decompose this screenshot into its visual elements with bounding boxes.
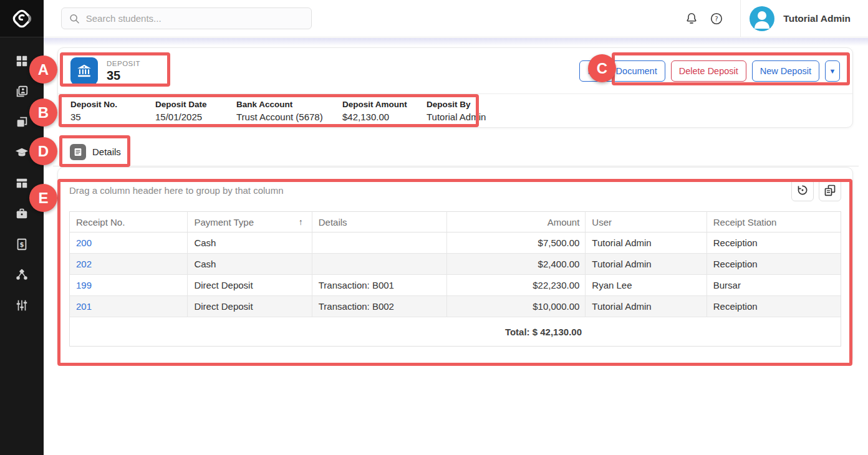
- delete-deposit-button[interactable]: Delete Deposit: [671, 60, 746, 82]
- table-body: 200Cash$7,500.00Tutorial AdminReceiption…: [70, 232, 841, 317]
- field-value: 15/01/2025: [155, 112, 236, 122]
- bell-icon: [685, 12, 698, 26]
- help-button[interactable]: ?: [704, 6, 729, 31]
- field-value: Trust Account (5678): [236, 112, 342, 122]
- field-deposit-by: Deposit By Tutorial Admin: [427, 100, 486, 122]
- field-deposit-no: Deposit No. 35: [70, 100, 155, 122]
- column-header-receipt-no-[interactable]: Receipt No.: [70, 212, 188, 232]
- dashboard-icon: [15, 54, 29, 68]
- sidebar-item-network[interactable]: [14, 267, 29, 282]
- receipt-link[interactable]: 200: [76, 237, 92, 248]
- cell: 202: [70, 254, 188, 274]
- cell: 200: [70, 232, 188, 253]
- sidebar-item-layout[interactable]: [14, 176, 29, 191]
- cell: Tutorial Admin: [586, 254, 706, 274]
- receipts-grid-card: Drag a column header here to group by th…: [57, 167, 853, 364]
- sidebar-item-contacts[interactable]: [14, 84, 29, 99]
- table-row[interactable]: 200Cash$7,500.00Tutorial AdminReceiption: [70, 232, 841, 254]
- column-chooser-icon: [824, 184, 836, 196]
- documents-icon: [15, 115, 29, 129]
- chevron-down-icon: ▼: [829, 67, 836, 75]
- column-header-receipt-station[interactable]: Receipt Station: [707, 212, 841, 232]
- search-icon: [69, 13, 80, 24]
- tab-baseline: [53, 166, 859, 166]
- logo-icon: [11, 7, 33, 30]
- table-row[interactable]: 199Direct DepositTransaction: B001$22,23…: [70, 275, 841, 296]
- field-value: 35: [70, 112, 155, 122]
- column-header-user[interactable]: User: [586, 212, 706, 232]
- cell: Ryan Lee: [586, 275, 706, 295]
- sort-asc-icon: ↑: [299, 217, 303, 227]
- notifications-button[interactable]: [679, 6, 704, 31]
- sidebar: $: [0, 0, 44, 455]
- cell: Receiption: [707, 296, 841, 317]
- briefcase-icon: [15, 207, 29, 221]
- cell: [312, 232, 447, 253]
- user-name[interactable]: Tutorial Admin: [783, 13, 851, 24]
- cell: Bursar: [707, 275, 841, 295]
- cell: Cash: [188, 254, 312, 274]
- cell: Tutorial Admin: [586, 296, 706, 317]
- deposit-info-row: Deposit No. 35 Deposit Date 15/01/2025 B…: [58, 94, 852, 122]
- field-deposit-amount: Deposit Amount $42,130.00: [342, 100, 427, 122]
- sidebar-item-billing[interactable]: $: [14, 237, 29, 252]
- table-header-row: Receipt No.Payment Type↑DetailsAmountUse…: [70, 212, 841, 232]
- cell: 199: [70, 275, 188, 295]
- receipt-link[interactable]: 202: [76, 259, 92, 269]
- receipt-link[interactable]: 201: [76, 301, 92, 312]
- sidebar-item-documents[interactable]: [14, 115, 29, 130]
- field-label: Deposit Date: [155, 100, 236, 109]
- avatar[interactable]: [750, 6, 774, 31]
- bank-tile: [70, 57, 98, 85]
- column-header-amount[interactable]: Amount: [447, 212, 586, 232]
- table-row[interactable]: 202Cash$2,400.00Tutorial AdminReceiption: [70, 254, 841, 275]
- more-actions-dropdown[interactable]: ▼: [825, 60, 840, 82]
- cell: $7,500.00: [447, 232, 586, 253]
- column-header-details[interactable]: Details: [312, 212, 447, 232]
- layout-icon: [15, 176, 29, 190]
- graduation-cap-icon: [15, 146, 29, 160]
- cell: Cash: [188, 232, 312, 253]
- refresh-icon: [796, 184, 809, 196]
- svg-text:$: $: [19, 241, 24, 248]
- contacts-icon: [15, 85, 29, 98]
- cell: Transaction: B001: [312, 275, 447, 295]
- sidebar-item-dashboard[interactable]: [14, 54, 29, 69]
- cell: Receiption: [707, 254, 841, 274]
- table-footer-row: Total: $ 42,130.00: [70, 317, 841, 346]
- bank-icon: [76, 63, 92, 79]
- total-amount: Total: $ 42,130.00: [70, 327, 587, 337]
- group-panel-hint[interactable]: Drag a column header here to group by th…: [69, 185, 284, 196]
- cell: [312, 254, 447, 274]
- sidebar-item-settings[interactable]: [14, 298, 29, 313]
- app-logo[interactable]: [0, 0, 44, 37]
- cell: Receiption: [707, 232, 841, 253]
- help-icon: ?: [710, 12, 723, 26]
- tab-label: Details: [92, 146, 121, 157]
- cell: 201: [70, 296, 188, 317]
- cell: Direct Deposit: [188, 275, 312, 295]
- refresh-button[interactable]: [791, 179, 814, 201]
- sidebar-item-education[interactable]: [14, 145, 29, 160]
- field-label: Deposit No.: [70, 100, 155, 109]
- column-chooser-button[interactable]: [819, 179, 841, 201]
- field-value: $42,130.00: [342, 112, 427, 122]
- cell: $10,000.00: [447, 296, 586, 317]
- search-box[interactable]: [61, 7, 312, 29]
- cell: Transaction: B002: [312, 296, 447, 317]
- column-header-payment-type[interactable]: Payment Type↑: [188, 212, 312, 232]
- field-label: Deposit Amount: [342, 100, 427, 109]
- network-icon: [15, 268, 29, 282]
- deposit-number: 35: [107, 69, 140, 83]
- new-deposit-button[interactable]: New Deposit: [752, 60, 819, 82]
- cell: Direct Deposit: [188, 296, 312, 317]
- merge-document-button[interactable]: Merge Document: [579, 60, 665, 82]
- topbar: ? Tutorial Admin: [44, 0, 868, 37]
- receipt-link[interactable]: 199: [76, 280, 92, 290]
- table-row[interactable]: 201Direct DepositTransaction: B002$10,00…: [70, 296, 841, 317]
- field-value: Tutorial Admin: [427, 112, 486, 122]
- tab-details[interactable]: Details: [60, 136, 130, 166]
- field-deposit-date: Deposit Date 15/01/2025: [155, 100, 236, 122]
- search-input[interactable]: [86, 13, 304, 24]
- sidebar-item-briefcase[interactable]: [14, 206, 29, 221]
